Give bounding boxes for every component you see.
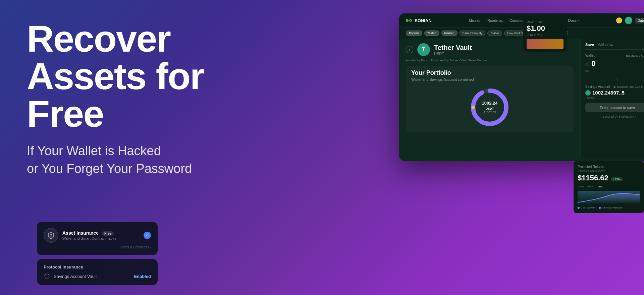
portfolio-subtitle: Wallet and Savings Account combined — [411, 77, 568, 81]
returns-badge: +15% — [611, 177, 622, 181]
nav-mission[interactable]: Mission — [469, 18, 481, 22]
savings-balance: ◆ Balance: 1002.24 USDT — [613, 85, 644, 88]
tag-tested[interactable]: Tested — [424, 31, 439, 36]
returns-label: Projected Returns — [578, 165, 640, 169]
protocol-insurance-card: Protocol Insurance Savings Account Vault… — [37, 259, 158, 285]
savings-row: Savings Account ◆ Balance: 1002.24 USDT — [585, 85, 644, 88]
vault-tether-icon: T — [417, 43, 430, 56]
insurance-cards: Asset Insurance Free Wallet and Smart Co… — [37, 222, 158, 285]
vault-title-group: Tether Vault USDT — [434, 44, 472, 56]
subheadline-line1: If Your Wallet is Hacked — [27, 142, 221, 160]
hero-section: Recover Assets for Free If Your Wallet i… — [0, 0, 644, 295]
save-withdraw-tabs: Save Withdraw — [585, 43, 644, 50]
coin-icon — [616, 17, 622, 23]
logo-dot-outline — [409, 19, 412, 22]
vault-meta: Audited by Burzz · Monitored by Slither … — [406, 59, 574, 62]
insurance-title-group: Asset Insurance Free Wallet and Smart Co… — [62, 230, 140, 240]
portfolio-section: Your Portfolio Wallet and Savings Accoun… — [406, 66, 574, 132]
wallet-amount: 0 — [591, 59, 595, 68]
price-panel: USDT Price $1.00 -0.02% YoY — [523, 17, 567, 52]
returns-chart — [578, 191, 640, 204]
insurance-card-title: Asset Insurance Free — [62, 230, 140, 236]
wallet-balance: Balance: 0 USDT — [626, 54, 644, 57]
data-button[interactable]: Data — [635, 18, 644, 23]
tab-save[interactable]: Save — [585, 43, 594, 47]
eonian-logo-icon — [406, 18, 413, 22]
protocol-row: Savings Account Vault Enabled — [44, 273, 151, 280]
wallet-sub: 30 — [585, 69, 644, 73]
protocol-shield-icon — [44, 273, 50, 280]
eonian-nav-right: Data — [616, 17, 644, 24]
price-value: $1.00 — [527, 24, 564, 33]
legend-dot-coin — [578, 207, 580, 209]
secured-text: 🛡 Secured by Blocknative › — [599, 115, 636, 118]
copy-icon — [585, 62, 589, 66]
eonian-dashboard-card: EONIAN Mission Roadmap Community Securit… — [399, 13, 644, 161]
price-label: USDT Price — [527, 20, 564, 23]
save-panel: Save Withdraw Wallet Balance: 0 USDT 0 — [580, 39, 644, 158]
donut-usd: $1002.35 — [479, 111, 501, 114]
insurance-card-desc: Wallet and Smart Contract hacks — [62, 236, 140, 240]
portfolio-title: Your Portfolio — [411, 69, 568, 76]
enter-amount-button[interactable]: Enter amount to save — [585, 103, 644, 112]
donut-value: 1002.24 USDT — [479, 101, 501, 111]
returns-time-tabs: Week Month Year — [578, 185, 640, 188]
eonian-body: ‹ T Tether Vault USDT Audited by Burzz ·… — [399, 39, 644, 158]
svg-point-2 — [471, 106, 475, 109]
savings-label: Savings Account — [585, 85, 610, 88]
returns-sublabel: Based on last year APY — [578, 169, 640, 172]
shield-icon-wrap — [44, 228, 58, 243]
wallet-row: Wallet Balance: 0 USDT — [585, 54, 644, 57]
tether-icon: T — [585, 90, 591, 96]
returns-tab-year[interactable]: Year — [597, 185, 603, 188]
legend-savings-premium: Savings Premium — [599, 206, 623, 209]
tag-stable[interactable]: Stable — [487, 31, 502, 36]
vault-subtitle: USDT — [434, 52, 472, 56]
savings-amount-row: T 1002.24997..5 — [585, 90, 644, 96]
returns-tab-week[interactable]: Week — [578, 185, 584, 188]
returns-value: $1156.62 — [578, 174, 608, 182]
returns-tab-month[interactable]: Month — [587, 185, 594, 188]
back-button[interactable]: ‹ — [406, 46, 413, 53]
savings-usd: ~$1,002 — [585, 96, 644, 100]
terms-link[interactable]: Terms & Conditions › — [44, 245, 151, 249]
shield-icon — [47, 232, 55, 239]
hero-subheadline: If Your Wallet is Hacked or You Forget Y… — [27, 142, 221, 178]
legend-coin-growth: Coin Growth — [578, 206, 595, 209]
tag-popular[interactable]: Popular — [406, 31, 422, 36]
legend-dot-savings — [599, 207, 601, 209]
returns-legend: Coin Growth Savings Premium — [578, 206, 640, 209]
logo-dot-filled — [406, 19, 409, 22]
legend-coin-label: Coin Growth — [581, 206, 595, 209]
tag-insured[interactable]: Insured — [441, 31, 458, 36]
eonian-logo-text: EONIAN — [415, 18, 432, 23]
asset-insurance-card: Asset Insurance Free Wallet and Smart Co… — [37, 222, 158, 255]
wallet-label: Wallet — [585, 54, 594, 57]
subheadline-line2: or You Forget Your Password — [27, 160, 221, 178]
eonian-tags-bar: Popular Tested Insured Earn Passively St… — [399, 28, 644, 39]
enabled-badge: Enabled — [134, 274, 151, 279]
nav-roadmap[interactable]: Roadmap — [487, 18, 503, 22]
user-avatar — [625, 17, 632, 24]
returns-value-row: $1156.62 +15% — [578, 174, 640, 182]
projected-returns-panel: Projected Returns Based on last year APY… — [574, 161, 644, 213]
savings-amount: 1002.24997..5 — [592, 90, 625, 96]
donut-center-values: 1002.24 USDT $1002.35 — [479, 101, 501, 114]
insurance-card-header: Asset Insurance Free Wallet and Smart Co… — [44, 228, 151, 243]
protocol-row-text: Savings Account Vault — [54, 274, 130, 279]
eonian-main-panel: ‹ T Tether Vault USDT Audited by Burzz ·… — [399, 39, 580, 158]
price-change: -0.02% YoY — [527, 34, 564, 37]
wallet-amount-row: 0 — [585, 59, 644, 68]
nav-docs[interactable]: Docs › — [568, 18, 579, 22]
eonian-logo: EONIAN — [406, 18, 432, 23]
legend-savings-label: Savings Premium — [602, 206, 623, 209]
tab-withdraw[interactable]: Withdraw — [598, 43, 613, 47]
down-arrow-icon: ↓ — [585, 76, 644, 81]
eonian-navbar: EONIAN Mission Roadmap Community Securit… — [399, 13, 644, 28]
price-chart — [527, 39, 564, 49]
free-badge: Free — [102, 231, 114, 236]
insurance-check-icon: ✓ — [144, 232, 151, 239]
protocol-title: Protocol Insurance — [44, 264, 151, 270]
tag-earn[interactable]: Earn Passively — [460, 31, 486, 36]
hero-headline: Recover Assets for Free — [27, 20, 288, 133]
